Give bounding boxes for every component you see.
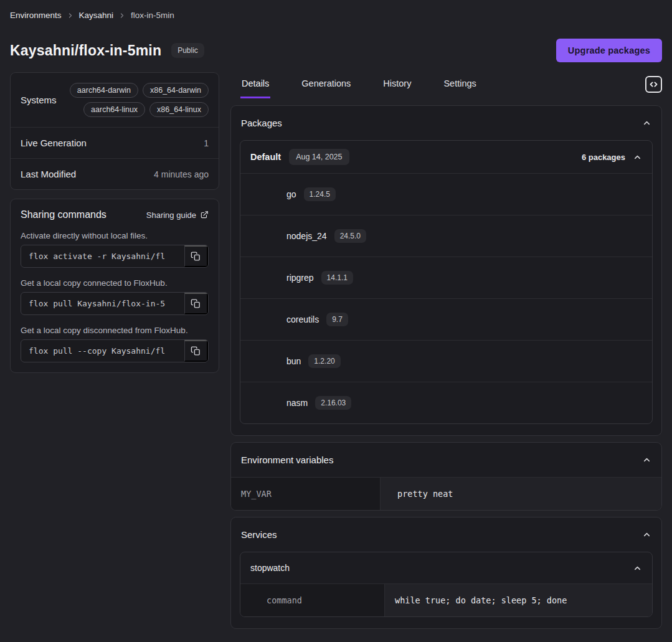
packages-section-title: Packages <box>241 118 282 128</box>
environment-variables-header[interactable]: Environment variables <box>231 443 661 477</box>
environment-variables-section: Environment variables MY_VAR pretty neat <box>230 442 662 511</box>
package-name: bun <box>286 356 301 366</box>
breadcrumb: Environments Kaysahni flox-in-5min <box>10 0 662 20</box>
sharing-commands-title: Sharing commands <box>21 209 106 220</box>
packages-section-header[interactable]: Packages <box>231 106 661 140</box>
breadcrumb-environments[interactable]: Environments <box>10 11 62 20</box>
share-pull-command-box: flox pull Kaysahni/flox-in-5 <box>21 292 209 315</box>
share-pull-command: flox pull Kaysahni/flox-in-5 <box>21 293 184 314</box>
services-section-title: Services <box>241 529 277 540</box>
page-header: Kaysahni/flox-in-5min Public Upgrade pac… <box>10 39 662 62</box>
services-section: Services stopwatch command <box>230 517 662 629</box>
package-version-badge: 1.24.5 <box>304 187 336 201</box>
system-pill: aarch64-linux <box>83 102 145 117</box>
environment-info-card: Systems aarch64-darwin x86_64-darwin aar… <box>10 72 219 190</box>
package-version-badge: 2.16.03 <box>315 396 351 410</box>
tab-details[interactable]: Details <box>240 72 270 98</box>
tab-settings[interactable]: Settings <box>442 72 477 98</box>
package-name: nodejs_24 <box>286 231 327 241</box>
package-version-badge: 14.1.1 <box>321 271 353 285</box>
system-pill: x86_64-darwin <box>143 83 209 98</box>
code-view-button[interactable] <box>645 76 662 93</box>
chevron-up-icon[interactable] <box>642 530 651 539</box>
copy-icon <box>191 251 201 262</box>
packages-section: Packages Default Aug 14, 2025 6 packages <box>230 105 662 436</box>
main-panel: Details Generations History Settings Pac… <box>230 72 662 635</box>
service-header[interactable]: stopwatch <box>240 552 652 584</box>
share-activate-command-box: flox activate -r Kaysahni/fl <box>21 245 209 268</box>
service-card: stopwatch command while true; do date; s… <box>240 552 653 617</box>
tab-generations[interactable]: Generations <box>300 72 352 98</box>
environment-variable-row: MY_VAR pretty neat <box>231 477 661 510</box>
environment-variable-value: pretty neat <box>381 478 661 510</box>
tabbar: Details Generations History Settings <box>230 72 662 98</box>
environment-variable-key: MY_VAR <box>231 478 381 510</box>
breadcrumb-owner[interactable]: Kaysahni <box>79 11 114 20</box>
package-group-name: Default <box>250 152 281 162</box>
tab-history[interactable]: History <box>382 72 412 98</box>
system-pill: x86_64-linux <box>149 102 209 117</box>
sharing-commands-card: Sharing commands Sharing guide Activate … <box>10 199 219 373</box>
chevron-up-icon[interactable] <box>642 118 651 128</box>
package-row: coreutils 9.7 <box>240 299 652 341</box>
sharing-guide-link[interactable]: Sharing guide <box>146 210 209 220</box>
package-group-header[interactable]: Default Aug 14, 2025 6 packages <box>240 141 652 174</box>
service-command-row: command while true; do date; sleep 5; do… <box>240 584 652 616</box>
last-modified-row: Last Modified 4 minutes ago <box>11 159 219 189</box>
package-version-badge: 24.5.0 <box>334 229 366 243</box>
package-row: nasm 2.16.03 <box>240 382 652 423</box>
share-pull-copy-command-box: flox pull --copy Kaysahni/fl <box>21 339 209 362</box>
environment-variables-title: Environment variables <box>241 455 333 465</box>
systems-pills: aarch64-darwin x86_64-darwin aarch64-lin… <box>65 83 209 117</box>
live-generation-label: Live Generation <box>21 138 87 148</box>
package-row: nodejs_24 24.5.0 <box>240 215 652 257</box>
share-pull-description: Get a local copy connected to FloxHub. <box>21 278 209 288</box>
services-section-header[interactable]: Services <box>231 517 661 552</box>
copy-button[interactable] <box>184 245 208 267</box>
sharing-guide-label: Sharing guide <box>146 210 196 220</box>
package-row: go 1.24.5 <box>240 174 652 215</box>
package-name: ripgrep <box>286 273 314 283</box>
service-name: stopwatch <box>250 563 290 573</box>
live-generation-value: 1 <box>204 138 209 148</box>
sidebar: Systems aarch64-darwin x86_64-darwin aar… <box>10 72 219 373</box>
package-group-date-badge: Aug 14, 2025 <box>289 149 349 165</box>
share-activate-command: flox activate -r Kaysahni/fl <box>21 245 184 267</box>
package-count: 6 packages <box>582 153 625 162</box>
share-pull-copy-description: Get a local copy disconnected from FloxH… <box>21 326 209 335</box>
package-name: nasm <box>286 398 308 408</box>
service-command-value: while true; do date; sleep 5; done <box>385 584 652 616</box>
last-modified-value: 4 minutes ago <box>154 169 209 179</box>
package-row: ripgrep 14.1.1 <box>240 257 652 299</box>
page: Environments Kaysahni flox-in-5min Kaysa… <box>0 0 672 635</box>
copy-button[interactable] <box>184 340 208 362</box>
share-activate-description: Activate directly without local files. <box>21 231 209 240</box>
package-version-badge: 1.2.20 <box>308 354 340 368</box>
systems-row: Systems aarch64-darwin x86_64-darwin aar… <box>11 73 219 128</box>
copy-icon <box>191 346 201 356</box>
package-name: go <box>286 189 296 199</box>
copy-button[interactable] <box>184 293 208 314</box>
package-row: bun 1.2.20 <box>240 341 652 382</box>
upgrade-packages-button[interactable]: Upgrade packages <box>556 39 662 62</box>
chevron-right-icon <box>67 12 74 19</box>
service-command-key: command <box>240 584 385 616</box>
system-pill: aarch64-darwin <box>70 83 138 98</box>
visibility-badge: Public <box>171 43 204 58</box>
chevron-right-icon <box>118 12 126 19</box>
page-title: Kaysahni/flox-in-5min <box>10 42 161 59</box>
package-group-card: Default Aug 14, 2025 6 packages go 1.24.… <box>240 140 653 424</box>
chevron-up-icon[interactable] <box>642 455 651 465</box>
last-modified-label: Last Modified <box>21 169 76 179</box>
code-icon <box>649 80 658 89</box>
external-link-icon <box>200 210 209 219</box>
package-version-badge: 9.7 <box>326 313 348 326</box>
systems-label: Systems <box>21 95 57 105</box>
chevron-up-icon[interactable] <box>633 153 642 162</box>
chevron-up-icon[interactable] <box>633 564 642 573</box>
share-pull-copy-command: flox pull --copy Kaysahni/fl <box>21 340 184 362</box>
breadcrumb-environment: flox-in-5min <box>131 11 174 20</box>
copy-icon <box>191 298 201 309</box>
live-generation-row: Live Generation 1 <box>11 128 219 159</box>
package-name: coreutils <box>286 314 319 324</box>
